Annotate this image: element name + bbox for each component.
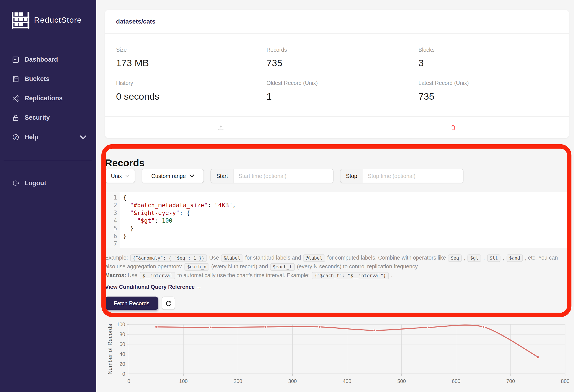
inline-code-chip: {"&anomaly": { "$eq": 1 }} <box>130 254 207 262</box>
stat-latest-record: Latest Record (Unix) 735 <box>418 80 558 102</box>
card-actions <box>105 116 569 138</box>
chevron-down-icon <box>79 134 87 141</box>
records-section-title: Records <box>105 158 145 169</box>
gutter-line-number: 1 <box>105 194 117 202</box>
bucket-title: datasets/cats <box>105 10 569 34</box>
help-text: . <box>390 272 392 278</box>
sidebar-item-help[interactable]: ? Help <box>0 127 96 147</box>
gutter-line-number: 4 <box>105 217 117 224</box>
fetch-records-button[interactable]: Fetch Records <box>105 296 158 310</box>
help-text: for computed labels. Combine with operat… <box>326 254 448 261</box>
stat-value: 735 <box>266 57 418 69</box>
help-text: for standard labels and <box>244 254 303 261</box>
svg-text:Number of Records: Number of Records <box>107 324 113 374</box>
stat-label: Blocks <box>418 46 558 53</box>
timestamp-type-select[interactable]: Unix <box>105 169 135 183</box>
editor-line: "#batch_metadata_size": "4KB", <box>123 201 569 209</box>
chevron-down-icon <box>125 175 129 177</box>
help-text: , <box>501 254 506 261</box>
sidebar-nav: Dashboard Buckets <box>0 50 96 147</box>
svg-text:300: 300 <box>288 378 297 384</box>
stat-label: Records <box>266 46 418 53</box>
sidebar-divider <box>4 160 92 160</box>
sidebar-item-buckets[interactable]: Buckets <box>0 69 96 89</box>
help-text: , <box>482 254 486 261</box>
stop-time-input[interactable] <box>363 169 463 183</box>
inline-code-chip: $and <box>507 254 523 262</box>
gutter-line-number: 2 <box>105 201 117 209</box>
svg-text:100: 100 <box>117 322 125 327</box>
editor-line: { <box>123 194 569 202</box>
lock-icon <box>12 114 19 121</box>
query-editor[interactable]: 1234567 { "#batch_metadata_size": "4KB",… <box>105 192 570 248</box>
reductstore-logo-icon <box>11 11 30 29</box>
stat-history: History 0 seconds <box>116 80 266 102</box>
editor-gutter: 1234567 <box>105 192 120 248</box>
upload-button[interactable] <box>214 122 228 133</box>
trash-icon <box>450 124 456 131</box>
help-paragraph: Macros: Use $__interval to automatically… <box>105 271 563 280</box>
time-range-select[interactable]: Custom range <box>142 169 204 183</box>
help-text: (every N-th record) and <box>210 263 269 269</box>
inline-code-chip: $each_t <box>270 263 295 270</box>
editor-line: "&right-eye-y": { <box>123 209 569 217</box>
logout-button[interactable]: Logout <box>0 175 108 191</box>
start-time-input[interactable] <box>234 169 333 183</box>
stat-value: 3 <box>418 57 558 69</box>
stat-value: 0 seconds <box>116 91 266 102</box>
sidebar-item-label: Security <box>25 114 50 122</box>
sidebar-item-security[interactable]: Security <box>0 108 96 127</box>
svg-text:700: 700 <box>507 378 515 384</box>
stat-value: 173 MB <box>116 57 266 69</box>
brand-name: ReductStore <box>34 16 82 25</box>
logout-label: Logout <box>25 179 46 187</box>
stat-records: Records 735 <box>266 46 418 69</box>
gutter-line-number: 5 <box>105 224 117 232</box>
stat-size: Size 173 MB <box>116 46 266 69</box>
time-range-value: Custom range <box>151 173 186 179</box>
help-text: , <box>462 254 467 261</box>
conditional-query-reference-link[interactable]: View Conditional Query Reference → <box>105 282 202 291</box>
app-root: ReductStore Dashboard <box>0 0 574 392</box>
brand-logo[interactable]: ReductStore <box>11 11 82 29</box>
stat-oldest-record: Oldest Record (Unix) 1 <box>266 80 418 102</box>
svg-text:40: 40 <box>119 351 125 357</box>
help-text: Use <box>208 254 220 261</box>
bucket-card: datasets/cats Size 173 MB Records 735 Bl… <box>105 10 569 138</box>
svg-text:60: 60 <box>119 341 125 347</box>
inline-code-chip: $eq <box>448 254 462 262</box>
stat-blocks: Blocks 3 <box>418 46 558 69</box>
dashboard-icon <box>12 56 19 63</box>
svg-text:80: 80 <box>119 331 125 337</box>
reload-button[interactable] <box>162 296 175 310</box>
stat-value: 735 <box>418 91 558 102</box>
svg-text:600: 600 <box>452 378 461 384</box>
records-line-chart: 0100200300400500600700800020406080100Num… <box>105 321 570 392</box>
help-paragraph: Example: {"&anomaly": { "$eq": 1 }} Use … <box>105 253 563 270</box>
delete-button[interactable] <box>446 122 460 133</box>
editor-line <box>123 240 569 248</box>
main-content: datasets/cats Size 173 MB Records 735 Bl… <box>96 0 574 392</box>
stop-addon-label: Stop <box>340 169 363 183</box>
share-icon <box>12 95 19 102</box>
stat-label: Size <box>116 46 266 53</box>
help-bold-label: Macros: <box>105 272 126 278</box>
gutter-line-number: 6 <box>105 232 117 240</box>
inline-code-chip: &label <box>221 254 243 262</box>
inline-code-chip: $lt <box>487 254 501 262</box>
inline-code-chip: $gt <box>468 254 481 262</box>
help-text: Use <box>126 272 139 278</box>
chevron-down-icon <box>189 174 194 178</box>
sidebar-item-label: Dashboard <box>25 56 58 63</box>
start-time-group: Start <box>210 169 333 183</box>
inline-code-chip: {"$each_t": "$__interval"} <box>312 272 389 279</box>
help-text: Example: <box>105 254 129 261</box>
editor-line: } <box>123 232 569 240</box>
stop-time-group: Stop <box>340 169 463 183</box>
stats-grid: Size 173 MB Records 735 Blocks 3 History… <box>116 46 558 102</box>
sidebar-item-label: Replications <box>25 94 63 102</box>
records-chart: 0100200300400500600700800020406080100Num… <box>105 321 570 392</box>
sidebar-item-dashboard[interactable]: Dashboard <box>0 50 96 69</box>
sidebar-item-replications[interactable]: Replications <box>0 89 96 108</box>
sidebar-item-label: Help <box>25 133 39 141</box>
